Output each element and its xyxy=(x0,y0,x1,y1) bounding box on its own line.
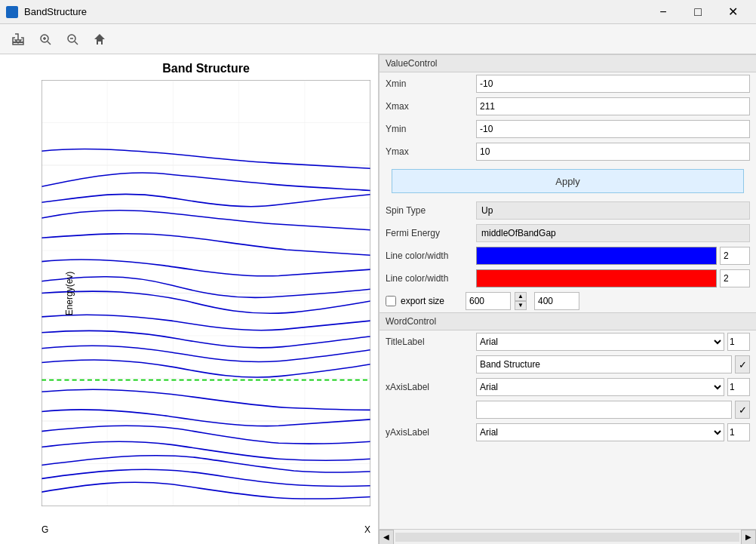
zoom-out-icon xyxy=(66,32,79,46)
bottom-scrollbar: ◀ ▶ xyxy=(379,529,756,544)
value-control-title: ValueControl xyxy=(380,54,756,72)
line-color1-row: Line color/width xyxy=(380,244,756,267)
line-color2-row: Line color/width xyxy=(380,267,756,290)
close-button[interactable]: ✕ xyxy=(715,0,750,24)
xmax-input[interactable] xyxy=(476,97,750,115)
home-button[interactable] xyxy=(88,27,112,51)
svg-marker-8 xyxy=(94,34,105,45)
export-icon xyxy=(11,32,25,46)
maximize-button[interactable]: □ xyxy=(681,0,715,24)
window-title: BandStructure xyxy=(24,6,87,17)
xaxis-font-size-input[interactable] xyxy=(727,378,750,396)
ymax-label: Ymax xyxy=(386,146,476,157)
home-icon xyxy=(93,32,106,46)
spin-type-value: Up xyxy=(476,201,750,220)
line-color1-label: Line color/width xyxy=(386,250,476,261)
line-color2-swatch[interactable] xyxy=(476,269,717,287)
fermi-energy-row: Fermi Energy middleOfBandGap xyxy=(380,222,756,244)
export-button[interactable] xyxy=(6,27,30,51)
apply-button[interactable]: Apply xyxy=(392,169,744,193)
xaxis-check-icon[interactable]: ✓ xyxy=(735,401,750,419)
xmax-row: Xmax xyxy=(380,95,756,118)
chart-area: Band Structure Energy(ev) xyxy=(0,54,379,544)
ymin-row: Ymin xyxy=(380,118,756,140)
svg-line-2 xyxy=(48,41,51,45)
svg-line-6 xyxy=(75,41,78,45)
app-icon xyxy=(6,6,18,18)
title-label-text-row: ✓ xyxy=(380,353,756,376)
xaxis-text-input[interactable] xyxy=(476,401,732,419)
xmax-label: Xmax xyxy=(386,101,476,112)
title-bar-left: BandStructure xyxy=(6,6,87,18)
export-width-input[interactable] xyxy=(466,292,511,310)
export-size-row: export size ▲ ▼ xyxy=(380,290,756,312)
title-bar: BandStructure − □ ✕ xyxy=(0,0,756,24)
y-axis-label: Energy(ev) xyxy=(64,271,75,315)
fermi-energy-value: middleOfBandGap xyxy=(476,224,750,242)
ymax-row: Ymax xyxy=(380,140,756,163)
x-axis-label-x: X xyxy=(364,524,370,535)
title-font-size-input[interactable] xyxy=(727,333,750,351)
yaxis-font-size-input[interactable] xyxy=(727,423,750,441)
xaxis-label-label: xAxisLabel xyxy=(386,382,476,392)
line-color1-swatch[interactable] xyxy=(476,247,717,265)
fermi-energy-label: Fermi Energy xyxy=(386,228,476,238)
ymin-input[interactable] xyxy=(476,120,750,138)
word-control-title: WordControl xyxy=(380,312,756,330)
scroll-right-button[interactable]: ▶ xyxy=(741,530,756,545)
title-label-font-row: TitleLabel Arial Times New Roman Courier… xyxy=(380,330,756,353)
ymin-label: Ymin xyxy=(386,124,476,134)
title-text-input[interactable] xyxy=(476,355,732,373)
zoom-out-button[interactable] xyxy=(60,27,85,51)
zoom-in-icon xyxy=(38,32,52,46)
scroll-left-button[interactable]: ◀ xyxy=(379,530,394,545)
window-controls: − □ ✕ xyxy=(646,0,750,24)
spin-type-row: Spin Type Up xyxy=(380,199,756,222)
title-label-label: TitleLabel xyxy=(386,337,476,347)
line-width1-input[interactable] xyxy=(720,247,750,265)
spin-type-label: Spin Type xyxy=(386,205,476,216)
export-spin-up[interactable]: ▲ xyxy=(515,292,527,301)
line-color2-label: Line color/width xyxy=(386,273,476,284)
export-size-checkbox[interactable] xyxy=(386,296,396,306)
x-axis-label-g: G xyxy=(41,524,48,535)
ymax-input[interactable] xyxy=(476,143,750,161)
xmin-label: Xmin xyxy=(386,78,476,89)
xmin-row: Xmin xyxy=(380,72,756,95)
export-spinner: ▲ ▼ xyxy=(515,292,527,310)
chart-title: Band Structure xyxy=(41,62,370,75)
title-check-icon[interactable]: ✓ xyxy=(735,355,750,373)
export-size-label: export size xyxy=(401,296,461,306)
xaxis-label-font-row: xAxisLabel Arial Times New Roman Courier… xyxy=(380,376,756,398)
xaxis-font-select[interactable]: Arial Times New Roman Courier New xyxy=(476,378,724,396)
title-font-select[interactable]: Arial Times New Roman Courier New xyxy=(476,333,724,351)
xaxis-label-text-row: ✓ xyxy=(380,398,756,421)
scroll-track[interactable] xyxy=(395,533,739,542)
right-panel: ValueControl Xmin Xmax Ymin Ymax Apply S… xyxy=(379,54,756,544)
xmin-input[interactable] xyxy=(476,75,750,93)
export-height-input[interactable] xyxy=(534,292,579,310)
export-spin-down[interactable]: ▼ xyxy=(515,301,527,310)
zoom-in-button[interactable] xyxy=(33,27,57,51)
line-width2-input[interactable] xyxy=(720,269,750,287)
band-chart: 10 8 6 4 2 xyxy=(41,80,370,506)
toolbar xyxy=(0,24,756,54)
minimize-button[interactable]: − xyxy=(646,0,681,24)
main-area: Band Structure Energy(ev) xyxy=(0,54,756,544)
yaxis-label-font-row: yAxisLabel Arial Times New Roman Courier… xyxy=(380,421,756,444)
yaxis-label-label: yAxisLabel xyxy=(386,427,476,438)
yaxis-font-select[interactable]: Arial Times New Roman Courier New xyxy=(476,423,724,441)
